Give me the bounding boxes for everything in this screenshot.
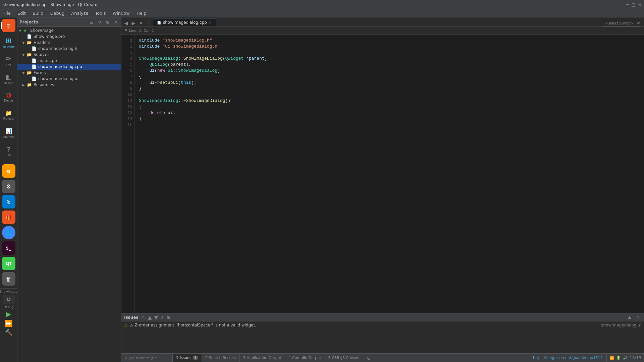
analyze-label: Analyze — [3, 135, 14, 138]
sidebar-btn-projects[interactable]: 📁 Projects — [1, 107, 16, 123]
warning-icon: ⚠ — [124, 323, 128, 327]
issues-panel: Issues ⚠ ▲ ▼ ⚡ ≋ ▲ ✕ ⚠ ⚠ Z-order assignm… — [121, 313, 644, 353]
run-debug-button[interactable]: ⏩ — [4, 319, 13, 327]
tab-cpp-label: showimagedialog.cpp — [163, 20, 207, 25]
sync-button[interactable]: ⟳ — [96, 19, 103, 25]
ubuntu-software-icon[interactable]: 🎁 — [2, 210, 15, 224]
menu-item-build[interactable]: Build — [29, 9, 47, 17]
menu-item-window[interactable]: Window — [109, 9, 133, 17]
terminal-icon[interactable]: $_ — [2, 241, 15, 255]
issues-filter4-icon[interactable]: ⚡ — [161, 315, 164, 320]
locate-input[interactable] — [127, 356, 170, 360]
qtcreator-icon[interactable]: Qt — [2, 257, 15, 270]
maximize-icon[interactable]: □ — [632, 2, 635, 7]
issues-collapse-button[interactable]: ▲ — [627, 314, 633, 320]
project-toolbar: Projects ⊟ ⟳ ⊕ ✕ — [17, 17, 121, 27]
status-tab-issues[interactable]: 1 Issues 1 — [173, 354, 202, 362]
code-content[interactable]: #include "showimagedialog.h" #include "u… — [135, 35, 644, 313]
volume-icon: 🔊 — [623, 356, 628, 360]
label-showimage: ShowImage — [30, 28, 54, 33]
project-panel: Projects ⊟ ⟳ ⊕ ✕ ▼ ◈ ShowImage 📄 ShowIma… — [17, 17, 121, 362]
forward-button[interactable]: ▶ — [130, 20, 137, 26]
menu-item-tools[interactable]: Tools — [92, 9, 109, 17]
run-button[interactable]: ▶ — [6, 310, 11, 318]
title-actions: ─ □ ✕ — [626, 2, 641, 7]
filter-button[interactable]: ⊟ — [88, 19, 95, 25]
network-icon: 📶 — [609, 356, 614, 360]
tree-item-headers[interactable]: ▼ 📂 Headers — [17, 40, 121, 46]
locate-icon: ⊞ — [123, 356, 127, 360]
tree-item-forms[interactable]: ▼ 📂 Forms — [17, 70, 121, 76]
issues-filter2-icon[interactable]: ▲ — [148, 315, 152, 320]
welcome-label: Welcome — [2, 46, 15, 49]
select-symbol-dropdown[interactable]: <Select Symbol> — [602, 20, 641, 26]
label-showimagedialog-ui: showimagedialog.ui — [38, 76, 78, 81]
ubuntu-icon[interactable]: ⊙ — [2, 19, 15, 32]
chrome-icon[interactable]: 🌐 — [2, 226, 15, 239]
trash-icon[interactable]: 🗑 — [2, 272, 15, 286]
tree-item-showimage-pro[interactable]: 📄 ShowImage.pro — [17, 34, 121, 40]
label-forms: Forms — [34, 70, 46, 75]
sidebar-btn-welcome[interactable]: ⊞ Welcome — [1, 34, 16, 51]
close-icon[interactable]: ✕ — [638, 2, 641, 7]
bottom-monitor-icon[interactable]: 🖥 — [3, 295, 15, 304]
status-more-button[interactable]: ⊕ — [366, 355, 372, 361]
issues-filter3-icon[interactable]: ▼ — [154, 315, 158, 320]
clock: 18:13 — [630, 356, 641, 360]
vscode-icon[interactable]: ≷ — [2, 195, 15, 208]
tree-item-showimagedialog-ui[interactable]: 📄 showimagedialog.ui — [17, 76, 121, 82]
tree-item-showimage[interactable]: ▼ ◈ ShowImage — [17, 27, 121, 34]
status-link: https://blog.csdn.net/guaiderzhu1314 — [533, 356, 606, 360]
left-dock: ⊙ ⊞ Welcome ✏ Edit ◧ Design 🐞 Debug 📁 Pr… — [0, 17, 17, 362]
menu-item-analyze[interactable]: Analyze — [68, 9, 92, 17]
statusbar: ⊞ 1 Issues 1 2 Search Results 3 Applicat… — [121, 353, 644, 362]
build-button[interactable]: 🔨 — [5, 329, 12, 336]
sidebar-btn-debug[interactable]: 🐞 Debug — [1, 88, 16, 105]
sidebar-btn-help[interactable]: ? Help — [1, 143, 16, 160]
status-tab-search-results[interactable]: 2 Search Results — [202, 354, 240, 362]
status-tab-qmljs[interactable]: 5 QML/JS Console — [325, 354, 364, 362]
status-tab-search-label: Search Results — [209, 356, 236, 360]
close-file-button[interactable]: ✕ — [138, 20, 144, 26]
menu-item-debug[interactable]: Debug — [47, 9, 68, 17]
tree-item-showimagedialog-cpp[interactable]: 📄 showimagedialog.cpp — [17, 64, 121, 70]
status-tab-compile-output[interactable]: 4 Compile Output — [285, 354, 325, 362]
tree-item-resources[interactable]: ▶ 📁 Resources — [17, 82, 121, 88]
tree-item-main-cpp[interactable]: 📄 main.cpp — [17, 58, 121, 64]
collapse-button[interactable]: ⊕ — [104, 19, 111, 25]
code-area[interactable]: 1 2 3 4 5 6 7 8 9 10 11 12 13 14 15 #inc… — [121, 35, 644, 313]
issues-sync-icon[interactable]: ≋ — [167, 315, 171, 320]
projects-label: Projects — [3, 117, 14, 120]
label-headers: Headers — [34, 40, 50, 45]
tab-close-button[interactable]: ✕ — [209, 21, 212, 24]
tab-showimagedialog-cpp[interactable]: 📄 showimagedialog.cpp ✕ — [153, 18, 216, 26]
analyze-icon: 📊 — [5, 128, 12, 134]
menubar: File Edit Build Debug Analyze Tools Wind… — [0, 9, 644, 17]
tree-item-showimagedialog-h[interactable]: 📄 showimagedialog.h — [17, 46, 121, 52]
tree-item-sources[interactable]: ▼ 📂 Sources — [17, 52, 121, 58]
issues-header: Issues ⚠ ▲ ▼ ⚡ ≋ ▲ ✕ — [121, 313, 644, 321]
amazon-icon[interactable]: a — [2, 164, 15, 178]
minimize-icon[interactable]: ─ — [626, 2, 629, 7]
locate-input-area: ⊞ — [121, 354, 173, 362]
back-button[interactable]: ◀ — [123, 20, 129, 26]
settings-icon[interactable]: ⚙ — [2, 180, 15, 193]
more-button[interactable]: ⋮ — [145, 20, 152, 26]
issues-title: Issues — [124, 315, 139, 320]
line-col-info: Line: 1, Col: 1 — [129, 28, 154, 33]
bottom-debug-label: Debug — [4, 305, 14, 309]
sidebar-btn-design[interactable]: ◧ Design — [1, 70, 16, 87]
menu-item-file[interactable]: File — [0, 9, 14, 17]
close-panel-button[interactable]: ✕ — [112, 19, 119, 25]
sidebar-btn-edit[interactable]: ✏ Edit — [1, 52, 16, 69]
menu-item-help[interactable]: Help — [133, 9, 150, 17]
issues-close-button[interactable]: ✕ — [635, 314, 641, 320]
label-sources: Sources — [34, 52, 49, 57]
menu-item-edit[interactable]: Edit — [14, 9, 29, 17]
ui-file-icon: 📄 — [32, 76, 37, 81]
debug-icon: 🐞 — [5, 92, 12, 98]
status-tab-app-output[interactable]: 3 Application Output — [240, 354, 285, 362]
project-title-label: Projects — [19, 20, 87, 24]
sidebar-btn-analyze[interactable]: 📊 Analyze — [1, 125, 16, 141]
issues-filter1-icon[interactable]: ⚠ — [141, 315, 146, 320]
